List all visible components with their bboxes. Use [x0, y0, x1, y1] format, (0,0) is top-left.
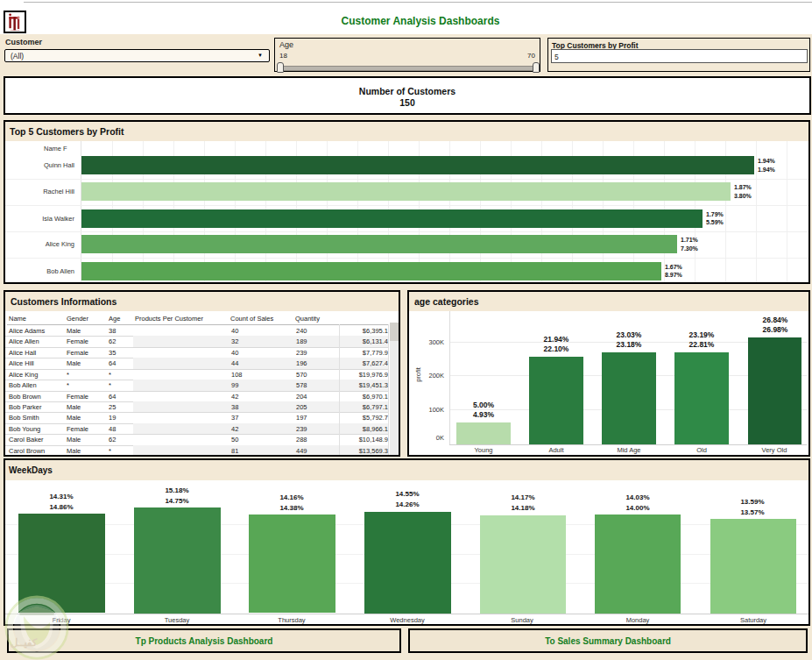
svg-text:كفيــل: كفيــل: [11, 637, 38, 649]
svg-text:Mansoura: Mansoura: [11, 29, 20, 32]
